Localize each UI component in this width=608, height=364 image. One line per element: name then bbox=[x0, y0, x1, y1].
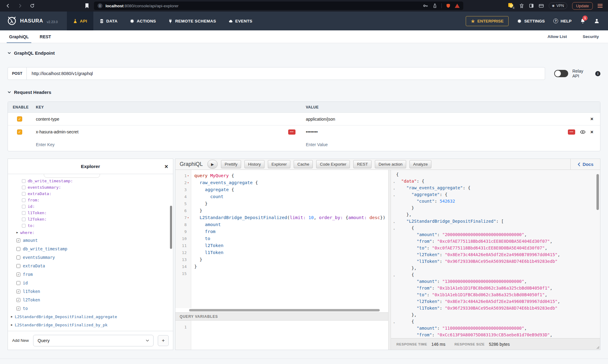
extension-notes-icon[interactable]: 1 bbox=[508, 3, 514, 9]
fold-arrow-icon[interactable]: ▾ bbox=[187, 181, 190, 184]
arg-checkbox[interactable] bbox=[22, 205, 26, 208]
share-icon[interactable] bbox=[433, 3, 437, 8]
field-checkbox[interactable]: ✓ bbox=[16, 239, 20, 242]
fold-arrow-icon[interactable]: ▾ bbox=[392, 225, 396, 231]
field-checkbox[interactable]: ✓ bbox=[16, 298, 20, 302]
header-value[interactable]: application/json bbox=[306, 117, 335, 122]
header-key[interactable]: content-type bbox=[36, 117, 59, 122]
analyze-button[interactable]: Analyze bbox=[409, 160, 431, 168]
field-checkbox[interactable]: ✓ bbox=[16, 307, 20, 311]
prettify-button[interactable]: Prettify bbox=[221, 160, 241, 168]
explorer-node[interactable]: ▶L2StandardBridge_DepositFinalized_by_pk bbox=[8, 321, 173, 329]
explorer-arg[interactable]: to: bbox=[8, 222, 173, 229]
explorer-arg[interactable]: l2Token: bbox=[8, 216, 173, 222]
nav-item-actions[interactable]: ACTIONS bbox=[124, 12, 162, 30]
explorer-arg[interactable]: db_write_timestamp: bbox=[8, 178, 173, 184]
query-variables-editor[interactable]: 1 bbox=[175, 321, 388, 350]
query-editor[interactable]: 1▾2▾34567▾89101112131415 query MyQuery {… bbox=[175, 170, 388, 350]
explorer-field-l1Token[interactable]: ✓l1Token bbox=[8, 287, 173, 296]
remove-header-icon[interactable]: × bbox=[590, 129, 593, 135]
fold-arrow-icon[interactable]: ▾ bbox=[392, 191, 396, 198]
query-editor-lines[interactable]: query MyQuery { raw_events_aggregate { a… bbox=[191, 170, 388, 308]
history-button[interactable]: History bbox=[244, 160, 264, 168]
editor-hscrollbar[interactable] bbox=[189, 309, 380, 311]
arg-checkbox[interactable] bbox=[22, 179, 26, 183]
arg-checkbox[interactable] bbox=[22, 186, 26, 189]
eye-icon[interactable] bbox=[580, 130, 586, 134]
field-checkbox[interactable] bbox=[16, 281, 20, 285]
resize-corner-icon[interactable] bbox=[596, 345, 599, 349]
explorer-field-db_write_timestamp[interactable]: db_write_timestamp bbox=[8, 245, 173, 253]
nav-item-data[interactable]: DATA bbox=[93, 12, 124, 30]
explorer-arg[interactable]: l1Token: bbox=[8, 210, 173, 216]
arg-checkbox[interactable] bbox=[22, 211, 26, 215]
nav-item-events[interactable]: EVENTS bbox=[222, 12, 258, 30]
graphql-endpoint-url[interactable]: http://localhost:8080/v1/graphql bbox=[27, 71, 98, 76]
fold-arrow-icon[interactable]: ▾ bbox=[392, 178, 396, 184]
security-link[interactable]: Security bbox=[583, 34, 599, 39]
rest-button[interactable]: REST bbox=[353, 160, 371, 168]
enterprise-button[interactable]: ★ ENTERPRISE bbox=[466, 16, 509, 26]
field-checkbox[interactable]: ✓ bbox=[16, 273, 20, 276]
explorer-field-extraData[interactable]: extraData bbox=[8, 262, 173, 270]
secret-dots-badge[interactable]: ••• bbox=[288, 129, 295, 135]
remove-header-icon[interactable]: × bbox=[590, 116, 593, 122]
enable-checkbox[interactable]: ✓ bbox=[17, 129, 22, 135]
nav-item-api[interactable]: API bbox=[67, 12, 93, 30]
field-checkbox[interactable] bbox=[16, 256, 20, 259]
header-key[interactable]: x-hasura-admin-secret bbox=[36, 129, 78, 134]
response-scrollbar[interactable] bbox=[596, 174, 599, 210]
nav-item-remote-schemas[interactable]: REMOTE SCHEMAS bbox=[162, 12, 222, 30]
request-headers-section-header[interactable]: Request Headers bbox=[8, 90, 600, 95]
fold-arrow-icon[interactable]: ▾ bbox=[392, 271, 396, 278]
explorer-where[interactable]: ▶where: bbox=[8, 229, 173, 236]
browser-reload-icon[interactable] bbox=[30, 3, 35, 8]
execute-query-button[interactable]: ▶ bbox=[207, 160, 218, 169]
explorer-button[interactable]: Explorer bbox=[268, 160, 290, 168]
field-checkbox[interactable] bbox=[16, 264, 20, 268]
arg-checkbox[interactable] bbox=[22, 218, 26, 221]
tab-graphiql[interactable]: GraphiQL bbox=[9, 30, 29, 43]
new-header-key-input[interactable]: Enter Key bbox=[36, 142, 306, 147]
explorer-arg[interactable]: from: bbox=[8, 197, 173, 203]
derive-action-button[interactable]: Derive action bbox=[375, 160, 406, 168]
key-icon[interactable] bbox=[423, 3, 428, 8]
help-button[interactable]: ? HELP bbox=[553, 19, 572, 23]
header-value[interactable]: •••••••• bbox=[306, 129, 318, 134]
fold-arrow-icon[interactable]: ▾ bbox=[392, 218, 396, 225]
fold-arrow-icon[interactable]: ▾ bbox=[392, 184, 396, 191]
menu-icon[interactable] bbox=[598, 4, 603, 8]
arg-checkbox[interactable] bbox=[22, 192, 26, 196]
browser-back-icon[interactable] bbox=[5, 3, 10, 8]
bookmark-icon[interactable] bbox=[85, 3, 89, 8]
panel-resize-handle[interactable] bbox=[388, 170, 391, 350]
warning-triangle-icon[interactable] bbox=[455, 4, 460, 8]
explorer-arg[interactable]: id: bbox=[8, 203, 173, 210]
cache-button[interactable]: Cache bbox=[294, 160, 313, 168]
add-new-select[interactable]: Query bbox=[33, 335, 154, 346]
explorer-node[interactable]: ▶L2StandardBridge_DepositFinalized_aggre… bbox=[8, 313, 173, 321]
explorer-arg[interactable]: extraData: bbox=[8, 191, 173, 197]
tab-rest[interactable]: REST bbox=[40, 30, 51, 43]
allow-list-link[interactable]: Allow List bbox=[548, 34, 567, 39]
rewards-icon[interactable] bbox=[519, 3, 524, 8]
docs-button[interactable]: Docs bbox=[570, 159, 600, 170]
explorer-field-from[interactable]: ✓from bbox=[8, 270, 173, 279]
relay-api-toggle[interactable] bbox=[554, 70, 568, 77]
fold-arrow-icon[interactable]: ▾ bbox=[187, 216, 190, 219]
user-avatar[interactable] bbox=[594, 18, 599, 24]
explorer-field-amount[interactable]: ✓amount bbox=[8, 236, 173, 245]
expand-arrow-icon[interactable]: ▶ bbox=[11, 315, 12, 318]
close-icon[interactable]: × bbox=[164, 163, 168, 170]
field-checkbox[interactable]: ✓ bbox=[16, 290, 20, 294]
update-button[interactable]: Update bbox=[572, 2, 593, 10]
browser-forward-icon[interactable] bbox=[18, 3, 22, 8]
info-icon[interactable]: i bbox=[595, 71, 600, 76]
site-info-icon[interactable]: i bbox=[98, 3, 102, 8]
settings-button[interactable]: SETTINGS bbox=[517, 19, 545, 23]
explorer-field-l2Token[interactable]: ✓l2Token bbox=[8, 296, 173, 304]
graphql-endpoint-section-header[interactable]: GraphQL Endpoint bbox=[8, 50, 600, 56]
add-query-button[interactable]: + bbox=[158, 335, 169, 346]
explorer-scrollbar[interactable] bbox=[170, 206, 172, 249]
explorer-field-id[interactable]: id bbox=[8, 279, 173, 287]
